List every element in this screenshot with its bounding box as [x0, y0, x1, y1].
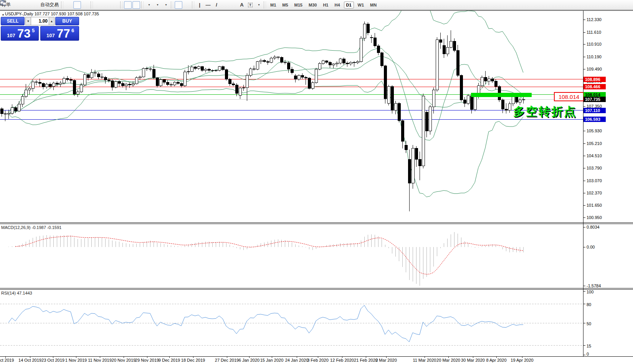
- sell-price-panel[interactable]: 107 73 5: [1, 26, 39, 41]
- rsi-tick-mark: [583, 323, 585, 323]
- time-axis-label: 2 Mar 2020: [370, 358, 402, 362]
- price-tick-mark: [583, 131, 585, 131]
- price-annotation-box[interactable]: 108.014: [554, 92, 584, 101]
- macd-tick-label: -1.5784: [587, 283, 610, 288]
- price-tick-label: 109.490: [587, 67, 610, 71]
- symbol-ohlc-text: USDJPY-,Daily 107.727 107.930 107.508 10…: [5, 12, 99, 16]
- price-tag-107.110: 107.110: [583, 108, 606, 113]
- sell-price-pip: 5: [32, 28, 35, 33]
- candles-layer: [0, 21, 525, 212]
- macd-values: -0.1987 -0.1591: [31, 225, 61, 230]
- sell-button[interactable]: SELL: [1, 17, 25, 25]
- macd-tick-mark: [583, 227, 585, 227]
- price-tick-label: 103.070: [587, 178, 610, 183]
- buy-price-pip: 6: [71, 28, 74, 33]
- price-tick-mark: [583, 193, 585, 193]
- buy-price-panel[interactable]: 107 77 6: [40, 26, 79, 41]
- volume-input[interactable]: 1.00: [31, 17, 49, 25]
- price-tick-mark: [583, 32, 585, 33]
- price-tag-107.735: 107.735: [583, 97, 606, 102]
- volume-increase-button[interactable]: ▲: [49, 17, 55, 25]
- rsi-tick-mark: [583, 304, 585, 304]
- pivot-annotation-text[interactable]: 多空转折点: [513, 104, 577, 120]
- bollinger-layer: [8, 0, 523, 197]
- sell-price-prefix: 107: [7, 33, 15, 38]
- macd-tick-label: 0.8034: [587, 225, 610, 229]
- price-tick-mark: [583, 57, 585, 57]
- time-axis-label: 18 Dec 2019: [177, 358, 209, 362]
- price-tick-mark: [583, 44, 585, 44]
- rsi-tick-mark: [583, 291, 585, 292]
- price-tick-mark: [583, 217, 585, 218]
- price-tag-106.593: 106.593: [583, 117, 606, 122]
- time-axis-label: 19 Apr 2020: [506, 358, 538, 362]
- price-tick-mark: [583, 181, 585, 181]
- price-tick-mark: [583, 143, 585, 144]
- chart-canvas[interactable]: [0, 0, 633, 364]
- price-tick-label: 102.370: [587, 191, 610, 195]
- rsi-tick-label: 80: [587, 302, 610, 307]
- rsi-tick-mark: [583, 355, 585, 355]
- symbol-ohlc-line: ▴USDJPY-,Daily 107.727 107.930 107.508 1…: [2, 12, 99, 16]
- price-tick-label: 105.930: [587, 128, 610, 133]
- rsi-tick-label: 100: [587, 290, 610, 294]
- price-tick-label: 110.910: [587, 42, 610, 46]
- rsi-label: RSI(14) 47.1443: [1, 291, 32, 295]
- rsi-name: RSI(14): [1, 291, 16, 295]
- price-tick-label: 101.650: [587, 203, 610, 208]
- price-tick-label: 104.510: [587, 153, 610, 158]
- price-tag-108.896: 108.896: [583, 77, 606, 82]
- price-tick-mark: [583, 156, 585, 156]
- price-tick-label: 100.950: [587, 215, 610, 220]
- green-bar-layer: [471, 93, 532, 97]
- price-tag-108.466: 108.466: [583, 84, 606, 89]
- rsi-tick-label: 15: [587, 344, 610, 348]
- rsi-value: 47.1443: [17, 291, 32, 295]
- price-tick-label: 111.610: [587, 30, 610, 35]
- rsi-tick-label: 50: [587, 321, 610, 326]
- buy-button[interactable]: BUY: [55, 17, 79, 25]
- price-tick-mark: [583, 168, 585, 168]
- rsi-tick-mark: [583, 345, 585, 346]
- price-tick-label: 105.210: [587, 141, 610, 146]
- rsi-tick-label: 0: [587, 352, 610, 356]
- buy-price-main: 77: [57, 26, 70, 41]
- macd-tick-mark: [583, 247, 585, 247]
- macd-name: MACD(12,26,9): [1, 225, 30, 230]
- macd-layer: [5, 232, 524, 286]
- macd-tick-label: 0.00: [587, 245, 610, 249]
- price-tick-mark: [583, 106, 585, 107]
- sell-price-main: 73: [17, 26, 30, 41]
- rsi-layer: [0, 304, 583, 345]
- price-tick-label: 103.790: [587, 166, 610, 170]
- buy-price-prefix: 107: [46, 33, 55, 38]
- price-tick-label: 112.330: [587, 17, 610, 22]
- price-tick-mark: [583, 20, 585, 20]
- mt4-window: 订单 自动交易: [0, 0, 633, 364]
- symbol-marker-icon: ▴: [2, 13, 4, 16]
- price-tick-label: 110.190: [587, 54, 610, 59]
- price-tick-mark: [583, 205, 585, 206]
- macd-tick-mark: [583, 286, 585, 286]
- macd-label: MACD(12,26,9) -0.1987 -0.1591: [1, 225, 61, 230]
- price-tick-mark: [583, 69, 585, 69]
- volume-decrease-button[interactable]: ▼: [25, 17, 31, 25]
